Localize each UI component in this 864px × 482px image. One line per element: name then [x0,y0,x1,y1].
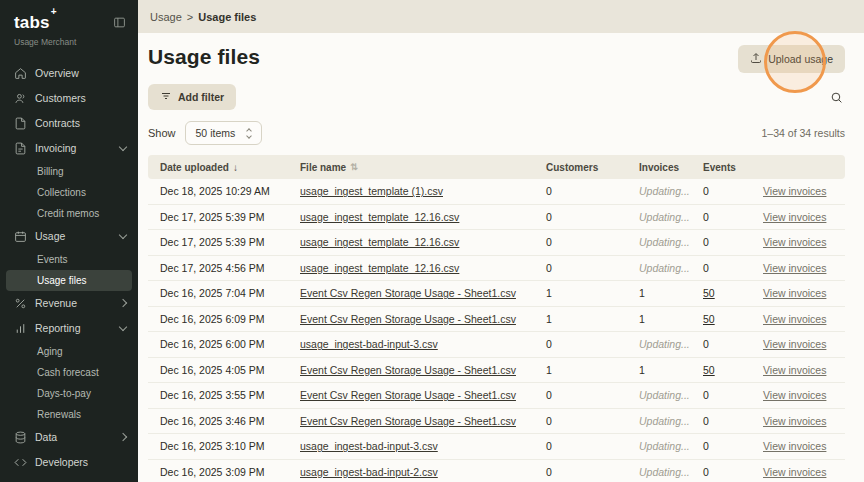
breadcrumb-parent[interactable]: Usage [150,11,182,23]
cell-events[interactable]: 50 [691,313,751,325]
cell-date: Dec 16, 2025 6:00 PM [148,338,288,350]
file-name-link[interactable]: usage_ingest_template_12.16.csv [300,262,459,274]
cell-invoices: Updating... [627,466,691,478]
table-row: Dec 16, 2025 3:10 PM usage_ingest-bad-in… [148,434,845,460]
sidebar-item-reporting[interactable]: Reporting [0,316,138,341]
file-icon [14,117,27,130]
search-icon[interactable] [828,89,845,106]
view-invoices-link[interactable]: View invoices [763,236,826,248]
file-name-link[interactable]: Event Csv Regen Storage Usage - Sheet1.c… [300,287,516,299]
usage-files-table: Date uploaded ↓ File name ⇅ Customers In… [148,155,845,482]
calendar-icon [14,230,27,243]
results-count: 1–34 of 34 results [762,127,845,139]
sidebar-item-days-to-pay[interactable]: Days-to-pay [0,383,138,404]
file-name-link[interactable]: Event Csv Regen Storage Usage - Sheet1.c… [300,389,516,401]
view-invoices-link[interactable]: View invoices [763,364,826,376]
sidebar-item-usage[interactable]: Usage [0,224,138,249]
cell-events: 0 [691,262,751,274]
invoice-icon [14,142,27,155]
sidebar-item-revenue[interactable]: Revenue [0,291,138,316]
view-invoices-link[interactable]: View invoices [763,185,826,197]
table-row: Dec 16, 2025 3:55 PM Event Csv Regen Sto… [148,383,845,409]
cell-invoices: Updating... [627,185,691,197]
file-name-link[interactable]: usage_ingest_template_12.16.csv [300,236,459,248]
items-per-page-select[interactable]: 50 items [185,121,263,145]
table-row: Dec 16, 2025 7:04 PM Event Csv Regen Sto… [148,281,845,307]
view-invoices-link[interactable]: View invoices [763,415,826,427]
show-label: Show [148,127,176,139]
chart-icon [14,322,27,335]
file-name-link[interactable]: usage_ingest_template (1).csv [300,185,443,197]
table-row: Dec 17, 2025 5:39 PM usage_ingest_templa… [148,230,845,256]
column-invoices: Invoices [627,162,691,173]
sidebar-item-events[interactable]: Events [0,249,138,270]
column-date-uploaded[interactable]: Date uploaded ↓ [148,162,288,173]
upload-usage-button[interactable]: Upload usage [738,45,845,73]
table-row: Dec 17, 2025 5:39 PM usage_ingest_templa… [148,205,845,231]
cell-invoices: Updating... [627,440,691,452]
sidebar-item-contracts[interactable]: Contracts [0,111,138,136]
table-row: Dec 16, 2025 6:00 PM usage_ingest-bad-in… [148,332,845,358]
file-name-link[interactable]: usage_ingest-bad-input-3.csv [300,440,438,452]
users-icon [14,92,27,105]
cell-events: 0 [691,389,751,401]
cell-events[interactable]: 50 [691,287,751,299]
cell-date: Dec 17, 2025 5:39 PM [148,211,288,223]
cell-invoices: Updating... [627,236,691,248]
database-icon [14,431,27,444]
sidebar-item-billing[interactable]: Billing [0,161,138,182]
filter-icon [160,90,172,104]
sidebar-item-invoicing[interactable]: Invoicing [0,136,138,161]
table-row: Dec 16, 2025 3:46 PM Event Csv Regen Sto… [148,409,845,435]
cell-customers: 0 [534,236,627,248]
sidebar-item-usage-files[interactable]: Usage files [6,270,132,291]
sidebar-collapse-icon[interactable] [113,16,126,29]
chevron-right-icon [119,299,127,307]
sidebar-item-collections[interactable]: Collections [0,182,138,203]
cell-events: 0 [691,236,751,248]
view-invoices-link[interactable]: View invoices [763,466,826,478]
cell-customers: 0 [534,415,627,427]
cell-invoices: 1 [627,313,691,325]
sidebar-item-customers[interactable]: Customers [0,86,138,111]
file-name-link[interactable]: Event Csv Regen Storage Usage - Sheet1.c… [300,313,516,325]
file-name-link[interactable]: usage_ingest-bad-input-3.csv [300,338,438,350]
view-invoices-link[interactable]: View invoices [763,262,826,274]
table-row: Dec 18, 2025 10:29 AM usage_ingest_templ… [148,179,845,205]
breadcrumb: Usage > Usage files [138,0,864,33]
view-invoices-link[interactable]: View invoices [763,338,826,350]
home-icon [14,67,27,80]
sidebar-item-overview[interactable]: Overview [0,61,138,86]
file-name-link[interactable]: Event Csv Regen Storage Usage - Sheet1.c… [300,364,516,376]
sidebar-item-aging[interactable]: Aging [0,341,138,362]
breadcrumb-current: Usage files [198,11,256,23]
sidebar-nav: OverviewCustomersContractsInvoicingBilli… [0,61,138,475]
sidebar-item-renewals[interactable]: Renewals [0,404,138,425]
view-invoices-link[interactable]: View invoices [763,389,826,401]
upload-icon [750,52,762,66]
breadcrumb-separator: > [187,11,193,23]
cell-events: 0 [691,466,751,478]
view-invoices-link[interactable]: View invoices [763,440,826,452]
select-carets-icon [247,129,251,138]
column-file-name[interactable]: File name ⇅ [288,162,534,173]
view-invoices-link[interactable]: View invoices [763,287,826,299]
sidebar-item-cash-forecast[interactable]: Cash forecast [0,362,138,383]
sidebar-item-credit-memos[interactable]: Credit memos [0,203,138,224]
cell-events[interactable]: 50 [691,364,751,376]
cell-invoices: Updating... [627,415,691,427]
add-filter-button[interactable]: Add filter [148,84,236,110]
sidebar: tabs+ Usage Merchant OverviewCustomersCo… [0,0,138,482]
sidebar-item-data[interactable]: Data [0,425,138,450]
file-name-link[interactable]: usage_ingest-bad-input-2.csv [300,466,438,478]
view-invoices-link[interactable]: View invoices [763,313,826,325]
cell-customers: 0 [534,185,627,197]
sort-desc-icon: ↓ [233,162,238,173]
view-invoices-link[interactable]: View invoices [763,211,826,223]
table-row: Dec 17, 2025 4:56 PM usage_ingest_templa… [148,256,845,282]
chevron-down-icon [119,230,127,238]
file-name-link[interactable]: usage_ingest_template_12.16.csv [300,211,459,223]
cell-date: Dec 17, 2025 5:39 PM [148,236,288,248]
file-name-link[interactable]: Event Csv Regen Storage Usage - Sheet1.c… [300,415,516,427]
sidebar-item-developers[interactable]: Developers [0,450,138,475]
